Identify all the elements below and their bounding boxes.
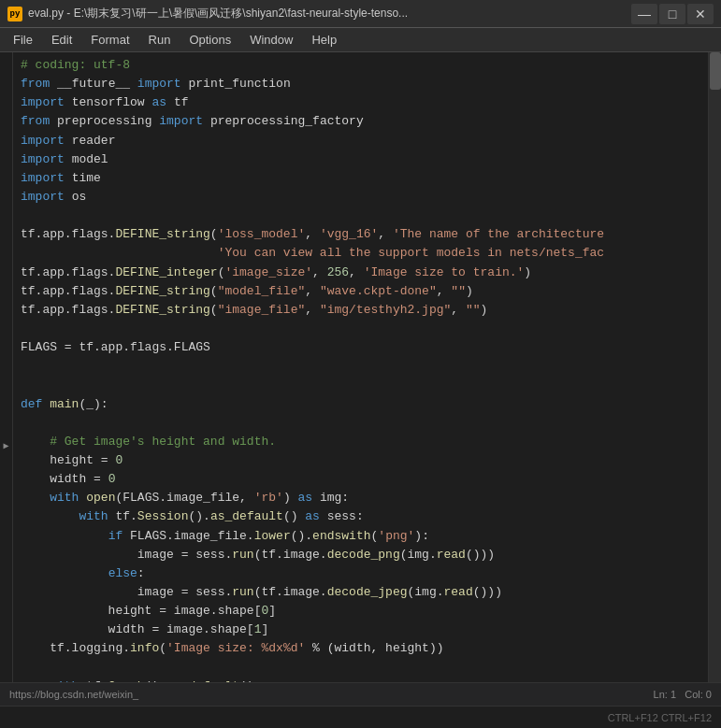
code-line-31: width = image.shape[1] <box>21 621 700 639</box>
code-line-19: def main(_): <box>21 395 700 414</box>
url-text: https://blog.csdn.net/weixin_ <box>9 689 138 700</box>
code-line-27: image = sess.run(tf.image.decode_png(img… <box>21 546 700 564</box>
code-line-22: height = 0 <box>21 451 700 470</box>
menu-item-run[interactable]: Run <box>139 31 180 49</box>
code-line-23: width = 0 <box>21 470 700 489</box>
menu-item-format[interactable]: Format <box>81 31 138 49</box>
code-line-29: image = sess.run(tf.image.decode_jpeg(im… <box>21 583 700 602</box>
position-info: Ln: 1 Col: 0 <box>654 689 712 700</box>
code-line-24: with open(FLAGS.image_file, 'rb') as img… <box>21 489 700 507</box>
code-line-32: tf.logging.info('Image size: %dx%d' % (w… <box>21 639 700 658</box>
code-line-5: import reader <box>21 132 700 150</box>
maximize-button[interactable]: □ <box>659 4 685 24</box>
code-line-12: tf.app.flags.DEFINE_integer('image_size'… <box>21 264 700 282</box>
code-line-7: import time <box>21 169 700 188</box>
code-line-11: 'You can view all the support models in … <box>21 244 700 263</box>
menu-bar: FileEditFormatRunOptionsWindowHelp <box>0 28 721 52</box>
code-line-4: from preprocessing import preprocessing_… <box>21 112 700 131</box>
menu-item-edit[interactable]: Edit <box>42 31 81 49</box>
code-line-18 <box>21 376 700 394</box>
title-bar: py eval.py - E:\期末复习\研一上\暑假\画风迁移\shiyan2… <box>0 0 721 28</box>
code-line-2: from __future__ import print_function <box>21 75 700 93</box>
line-number: Ln: 1 <box>654 689 676 700</box>
window-controls: — □ ✕ <box>631 4 714 24</box>
code-line-33 <box>21 659 700 678</box>
minimize-button[interactable]: — <box>631 4 657 24</box>
code-line-9 <box>21 207 700 225</box>
code-line-26: if FLAGS.image_file.lower().endswith('pn… <box>21 527 700 546</box>
code-line-21: # Get image's height and width. <box>21 433 700 451</box>
bracket-marker: ▶ <box>0 440 12 451</box>
menu-item-options[interactable]: Options <box>180 31 240 49</box>
code-line-13: tf.app.flags.DEFINE_string("model_file",… <box>21 282 700 301</box>
gutter-left: ▶ <box>0 52 13 682</box>
col-number: Col: 0 <box>685 689 712 700</box>
menu-item-file[interactable]: File <box>4 31 42 49</box>
icon-label: py <box>10 9 21 19</box>
code-line-1: # coding: utf-8 <box>21 56 700 75</box>
editor-container: ▶ # coding: utf-8 from __future__ import… <box>0 52 721 682</box>
code-line-14: tf.app.flags.DEFINE_string("image_file",… <box>21 301 700 320</box>
code-line-6: import model <box>21 150 700 169</box>
bottom-bar: CTRL+F12 CTRL+F12 <box>0 706 721 728</box>
code-line-15 <box>21 320 700 338</box>
url-bar: https://blog.csdn.net/weixin_ Ln: 1 Col:… <box>0 682 721 706</box>
menu-item-help[interactable]: Help <box>302 31 346 49</box>
code-line-8: import os <box>21 188 700 207</box>
close-button[interactable]: ✕ <box>687 4 714 24</box>
code-line-34: with tf.Graph().as_default(): <box>21 678 700 682</box>
scrollbar-thumb[interactable] <box>710 52 721 90</box>
shortcut-hint: CTRL+F12 CTRL+F12 <box>608 712 712 723</box>
code-line-25: with tf.Session().as_default() as sess: <box>21 507 700 526</box>
code-line-16: FLAGS = tf.app.flags.FLAGS <box>21 338 700 357</box>
code-editor[interactable]: # coding: utf-8 from __future__ import p… <box>13 52 708 682</box>
vertical-scrollbar[interactable] <box>708 52 721 682</box>
code-line-28: else: <box>21 564 700 583</box>
window-title: eval.py - E:\期末复习\研一上\暑假\画风迁移\shiyan2\fa… <box>28 6 631 21</box>
code-line-30: height = image.shape[0] <box>21 602 700 621</box>
code-line-17 <box>21 357 700 376</box>
app-icon: py <box>7 7 22 21</box>
code-line-3: import tensorflow as tf <box>21 93 700 112</box>
code-line-20 <box>21 414 700 433</box>
code-line-10: tf.app.flags.DEFINE_string('loss_model',… <box>21 225 700 244</box>
menu-item-window[interactable]: Window <box>240 31 302 49</box>
